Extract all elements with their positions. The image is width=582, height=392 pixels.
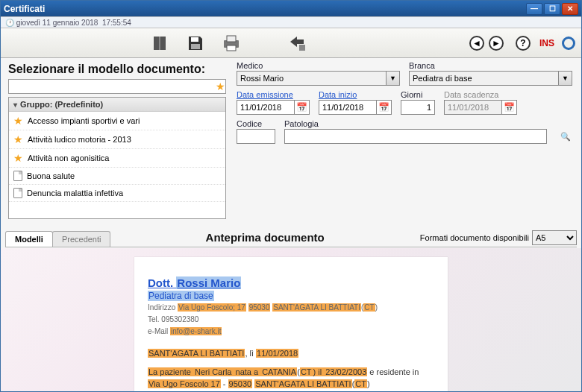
list-item-label: Attività ludico motoria - 2013 <box>28 135 131 144</box>
svg-rect-4 <box>227 45 236 51</box>
model-list[interactable]: Gruppo: (Predefinito) ★Accesso impianti … <box>8 97 226 219</box>
star-icon: ★ <box>13 133 23 145</box>
document-icon <box>13 188 22 198</box>
svg-rect-1 <box>191 44 200 49</box>
tab-modelli[interactable]: Modelli <box>5 231 53 247</box>
branca-label: Branca <box>409 61 572 70</box>
model-item[interactable]: ★Attività ludico motoria - 2013 <box>9 130 225 149</box>
preview-title: Anteprima documento <box>110 231 419 244</box>
tab-precedenti[interactable]: Precedenti <box>52 231 111 247</box>
search-icon[interactable]: 🔍 <box>559 130 572 143</box>
calendar-icon[interactable]: 📅 <box>502 100 517 115</box>
print-icon[interactable] <box>222 34 241 53</box>
branca-input[interactable] <box>409 71 559 86</box>
document-page: Dott. Rossi Mario Pediatra di base Indir… <box>134 257 448 391</box>
calendar-icon[interactable]: 📅 <box>377 100 392 115</box>
giorni-label: Giorni <box>401 90 435 99</box>
codice-input[interactable] <box>237 129 275 144</box>
calendar-icon[interactable]: 📅 <box>295 100 310 115</box>
emissione-label[interactable]: Data emissione <box>237 90 310 99</box>
export-icon[interactable] <box>287 34 307 53</box>
maximize-button[interactable]: ☐ <box>544 3 560 15</box>
preview-area[interactable]: Dott. Rossi Mario Pediatra di base Indir… <box>1 248 581 391</box>
window-title: Certificati <box>4 4 45 14</box>
branca-combo[interactable]: ▼ <box>409 71 572 86</box>
model-group-header[interactable]: Gruppo: (Predefinito) <box>9 98 225 112</box>
minimize-button[interactable]: — <box>526 3 542 15</box>
format-select[interactable]: A5 <box>532 230 577 245</box>
list-item-label: Denuncia malattia infettiva <box>27 189 123 197</box>
insert-mode-indicator: INS <box>539 38 554 48</box>
list-item-label: Buona salute <box>27 171 75 180</box>
model-search[interactable]: ★ <box>8 79 226 94</box>
medico-label: Medico <box>237 61 400 70</box>
save-icon[interactable] <box>186 34 205 53</box>
model-item[interactable]: ★Accesso impianti sportivi e vari <box>9 112 225 130</box>
close-button[interactable]: ✕ <box>562 3 578 15</box>
list-item-label: Accesso impianti sportivi e vari <box>28 116 140 125</box>
chevron-down-icon[interactable]: ▼ <box>559 71 572 86</box>
inizio-label[interactable]: Data inizio <box>319 90 392 99</box>
patologia-label: Patologia <box>284 119 547 128</box>
nav-back-button[interactable]: ◄ <box>469 36 484 51</box>
emissione-input[interactable] <box>237 100 295 115</box>
scadenza-label: Data scadenza <box>444 90 517 99</box>
model-heading: Selezionare il modello documento: <box>5 61 229 79</box>
model-item[interactable]: Buona salute <box>9 168 225 185</box>
patologia-input[interactable] <box>284 129 547 144</box>
svg-rect-5 <box>299 45 305 51</box>
form-panel: Medico ▼ Branca ▼ <box>229 61 577 219</box>
book-icon[interactable] <box>150 34 169 53</box>
status-date: giovedì 11 gennaio 2018 <box>16 19 98 27</box>
chevron-down-icon[interactable]: ▼ <box>387 71 400 86</box>
medico-combo[interactable]: ▼ <box>237 71 400 86</box>
star-icon[interactable]: ★ <box>216 80 225 92</box>
help-button[interactable]: ? <box>516 36 531 51</box>
format-label: Formati documento disponibili <box>420 233 529 242</box>
svg-rect-0 <box>191 37 198 42</box>
toolbar: ◄ ► ? INS <box>1 28 581 58</box>
status-bar: 🕐 giovedì 11 gennaio 2018 17:55:54 <box>1 16 581 28</box>
model-item[interactable]: ★Attività non agonisitica <box>9 149 225 168</box>
status-ring-icon[interactable] <box>562 37 575 50</box>
medico-input[interactable] <box>237 71 387 86</box>
svg-rect-3 <box>227 36 236 42</box>
model-item[interactable]: Denuncia malattia infettiva <box>9 185 225 202</box>
star-icon: ★ <box>13 152 23 164</box>
nav-forward-button[interactable]: ► <box>489 36 504 51</box>
status-time: 17:55:54 <box>102 19 131 27</box>
document-icon <box>13 171 22 181</box>
list-item-label: Attività non agonisitica <box>28 154 109 162</box>
codice-label: Codice <box>237 119 275 128</box>
inizio-input[interactable] <box>319 100 377 115</box>
model-search-input[interactable] <box>9 82 216 91</box>
star-icon: ★ <box>13 115 23 127</box>
title-bar: Certificati — ☐ ✕ <box>1 1 581 16</box>
giorni-input[interactable] <box>401 100 435 115</box>
scadenza-input <box>444 100 502 115</box>
